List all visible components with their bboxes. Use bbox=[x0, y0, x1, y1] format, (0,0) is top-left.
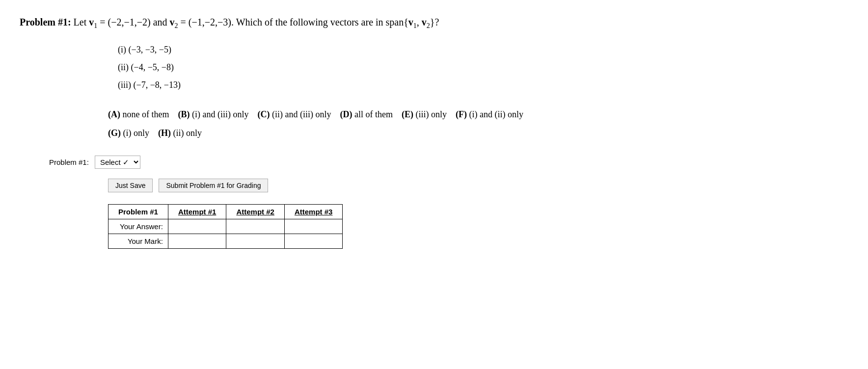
choice-H-label: (H) bbox=[158, 128, 171, 138]
choice-H-text: (ii) only bbox=[173, 128, 202, 138]
your-answer-attempt2 bbox=[226, 219, 285, 234]
table-header-attempt3[interactable]: Attempt #3 bbox=[284, 205, 343, 219]
vector-item-2: (ii) (−4, −5, −8) bbox=[118, 58, 848, 76]
problem-container: Problem #1: Let v1 = (−2,−1,−2) and v2 =… bbox=[20, 15, 848, 249]
choice-F-text: (i) and (ii) only bbox=[469, 109, 523, 119]
choice-D-text: all of them bbox=[354, 109, 399, 119]
choice-A-label: (A) bbox=[108, 109, 120, 119]
buttons-row: Just Save Submit Problem #1 for Grading bbox=[108, 179, 848, 192]
answer-row: Problem #1: Select ✓ A B C D E F G H bbox=[49, 156, 848, 169]
problem-title-bold: Problem #1: bbox=[20, 17, 71, 27]
choice-B-label: (B) bbox=[178, 109, 190, 119]
your-answer-label: Your Answer: bbox=[108, 219, 168, 234]
choice-C-text: (ii) and (iii) only bbox=[272, 109, 338, 119]
choice-G-text: (i) only bbox=[123, 128, 156, 138]
choice-E-label: (E) bbox=[402, 109, 413, 119]
vector-item-1: (i) (−3, −3, −5) bbox=[118, 41, 848, 58]
table-header-problem: Problem #1 bbox=[108, 205, 168, 219]
your-answer-attempt3 bbox=[284, 219, 343, 234]
choices-row-1: (A) none of them (B) (i) and (iii) only … bbox=[108, 105, 848, 123]
choices-row-2: (G) (i) only (H) (ii) only bbox=[108, 124, 848, 142]
submit-button[interactable]: Submit Problem #1 for Grading bbox=[159, 179, 268, 192]
attempts-table-wrapper: Problem #1 Attempt #1 Attempt #2 Attempt… bbox=[108, 204, 848, 249]
your-mark-attempt2 bbox=[226, 234, 285, 249]
answer-select[interactable]: Select ✓ A B C D E F G H bbox=[95, 156, 140, 169]
your-mark-attempt3 bbox=[284, 234, 343, 249]
table-header-attempt2[interactable]: Attempt #2 bbox=[226, 205, 285, 219]
choice-E-text: (iii) only bbox=[415, 109, 453, 119]
choice-F-label: (F) bbox=[456, 109, 467, 119]
problem-title-text: Let v1 = (−2,−1,−2) and v2 = (−1,−2,−3).… bbox=[74, 17, 439, 27]
table-row-your-mark: Your Mark: bbox=[108, 234, 343, 249]
your-mark-attempt1 bbox=[168, 234, 226, 249]
your-mark-label: Your Mark: bbox=[108, 234, 168, 249]
choice-C-label: (C) bbox=[257, 109, 270, 119]
choices-block: (A) none of them (B) (i) and (iii) only … bbox=[108, 105, 848, 142]
choice-D-label: (D) bbox=[340, 109, 352, 119]
attempts-table: Problem #1 Attempt #1 Attempt #2 Attempt… bbox=[108, 204, 343, 249]
table-header-row: Problem #1 Attempt #1 Attempt #2 Attempt… bbox=[108, 205, 343, 219]
table-row-your-answer: Your Answer: bbox=[108, 219, 343, 234]
vector-item-3: (iii) (−7, −8, −13) bbox=[118, 76, 848, 94]
vectors-list: (i) (−3, −3, −5) (ii) (−4, −5, −8) (iii)… bbox=[118, 41, 848, 94]
just-save-button[interactable]: Just Save bbox=[108, 179, 153, 192]
choice-A-text: none of them bbox=[123, 109, 176, 119]
choice-G-label: (G) bbox=[108, 128, 121, 138]
your-answer-attempt1 bbox=[168, 219, 226, 234]
table-header-attempt1[interactable]: Attempt #1 bbox=[168, 205, 226, 219]
answer-label: Problem #1: bbox=[49, 158, 89, 166]
choice-B-text: (i) and (iii) only bbox=[192, 109, 255, 119]
problem-title: Problem #1: Let v1 = (−2,−1,−2) and v2 =… bbox=[20, 15, 848, 31]
